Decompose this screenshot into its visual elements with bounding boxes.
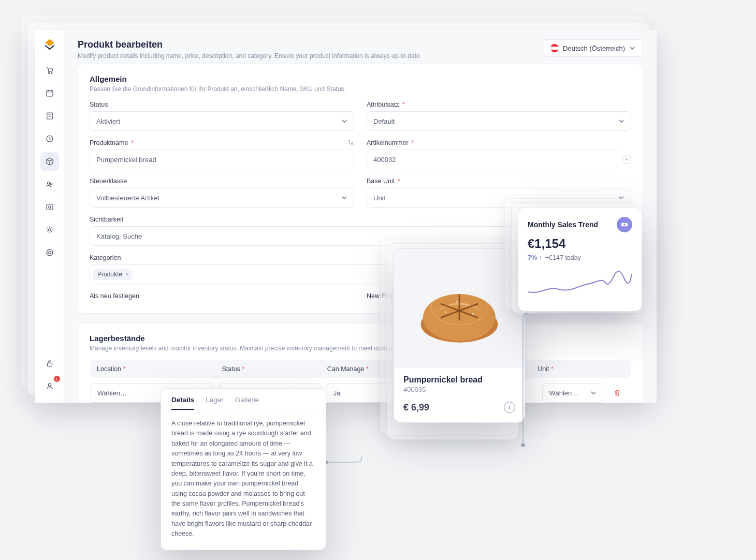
close-icon[interactable]: × — [125, 271, 128, 277]
status-select[interactable]: Aktiviert — [90, 111, 354, 131]
sparkline-chart — [528, 269, 632, 300]
svg-point-22 — [623, 224, 625, 225]
page-title: Produkt bearbeiten — [78, 39, 421, 50]
nav-calendar[interactable] — [40, 84, 59, 102]
svg-point-18 — [472, 313, 474, 315]
info-icon[interactable]: i — [504, 402, 515, 413]
general-subtitle: Passen Sie die Grundinformationen für Ih… — [90, 85, 631, 93]
inventory-subtitle: Manage inventory levels and monitor inve… — [90, 345, 631, 352]
sku-label: Artikelnummer — [367, 139, 409, 146]
productname-label: Produktname — [90, 139, 128, 146]
sidebar — [35, 30, 64, 403]
chevron-down-icon — [629, 45, 635, 51]
translate-icon[interactable] — [347, 139, 354, 146]
sales-today: +€147 today — [545, 254, 581, 261]
chevron-down-icon — [341, 118, 347, 124]
svg-point-23 — [326, 461, 328, 464]
unit-select[interactable]: Wählen… — [542, 383, 603, 403]
app-logo — [42, 37, 57, 52]
status-label: Status — [90, 101, 354, 108]
nav-settings[interactable] — [40, 220, 59, 239]
nav-clock[interactable] — [40, 129, 59, 148]
sales-title: Monthly Sales Trend — [528, 220, 598, 229]
svg-point-17 — [445, 311, 447, 313]
taxclass-label: Steuerklasse — [90, 178, 354, 185]
flag-austria-icon — [550, 44, 559, 52]
svg-point-13 — [48, 384, 51, 386]
product-price: € 6,99 — [403, 402, 429, 413]
baseunit-label: Base Unit — [367, 178, 395, 185]
svg-rect-3 — [47, 113, 52, 119]
svg-point-24 — [521, 444, 525, 447]
nav-receipt[interactable] — [40, 107, 59, 125]
attrset-select[interactable]: Default — [367, 111, 631, 131]
nav-help[interactable] — [40, 243, 59, 262]
language-selector[interactable]: Deutsch (Österreich) — [543, 39, 643, 57]
svg-point-6 — [50, 183, 52, 185]
nav-safe[interactable] — [40, 198, 59, 216]
chevron-down-icon — [618, 118, 624, 124]
sales-pct: 7% ↑ — [528, 254, 542, 261]
taxclass-select[interactable]: Vollbesteuerte Artikel — [90, 188, 354, 208]
sku-input[interactable] — [367, 150, 618, 169]
svg-rect-2 — [47, 91, 53, 96]
tab-details[interactable]: Details — [171, 396, 194, 410]
inventory-title: Lagerbestände — [90, 334, 631, 343]
nav-lock[interactable] — [40, 354, 59, 373]
svg-point-19 — [456, 301, 458, 303]
svg-point-0 — [48, 72, 49, 73]
svg-rect-7 — [47, 204, 53, 210]
sales-card: Monthly Sales Trend €1,154 7% ↑ +€147 to… — [518, 207, 642, 312]
product-name: Pumpernickel bread — [394, 368, 525, 386]
money-icon — [617, 217, 632, 232]
svg-point-8 — [48, 206, 51, 209]
svg-point-11 — [48, 252, 51, 254]
add-sku-button[interactable]: + — [622, 155, 631, 164]
attrset-label: Attributsatz — [367, 101, 399, 108]
svg-point-5 — [47, 182, 50, 185]
tab-gallerie[interactable]: Gallerie — [235, 396, 259, 410]
page-subtitle: Modify product details including name, p… — [78, 52, 421, 60]
chevron-down-icon — [341, 195, 347, 201]
tab-lager[interactable]: Lager — [206, 396, 224, 410]
svg-point-20 — [466, 305, 467, 307]
details-popover: Details Lager Gallerie A close relative … — [161, 388, 326, 550]
svg-rect-12 — [47, 363, 52, 366]
nav-cart[interactable] — [40, 61, 59, 80]
sales-value: €1,154 — [528, 237, 632, 251]
general-title: Allgemein — [90, 75, 631, 83]
nav-account[interactable] — [40, 377, 59, 395]
delete-row-button[interactable] — [609, 385, 625, 401]
category-chip[interactable]: Produkte× — [93, 269, 133, 280]
product-sku: 400035 — [394, 386, 525, 393]
setnew-label: Als neu festlegen — [90, 292, 354, 300]
svg-point-9 — [48, 229, 51, 231]
productname-input[interactable] — [90, 150, 354, 169]
nav-products[interactable] — [40, 152, 59, 171]
svg-point-1 — [51, 72, 52, 73]
nav-users[interactable] — [40, 175, 59, 194]
details-body: A close relative to traditional rye, pum… — [161, 410, 326, 550]
